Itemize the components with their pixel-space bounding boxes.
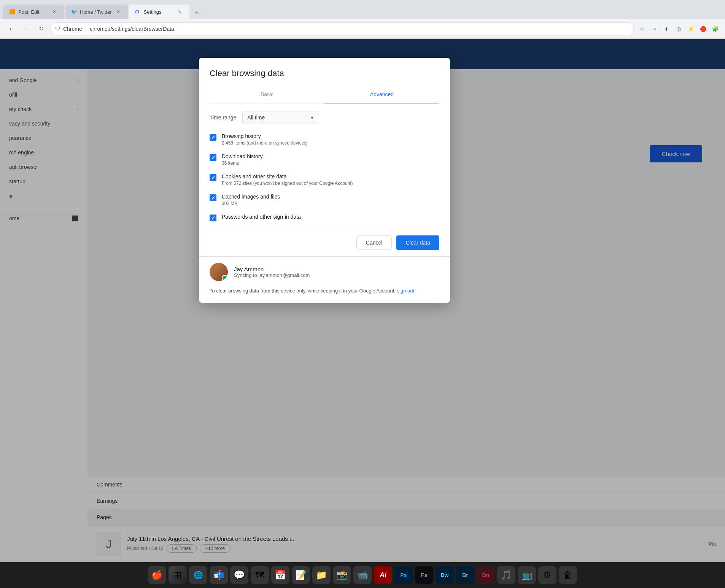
checkmark-icon-3: ✓ [211,175,215,181]
dock-messages[interactable]: 💬 [230,566,248,584]
dock-dw[interactable]: Dw [436,566,454,584]
tab-twitter[interactable]: 🐦 Home / Twitter ✕ [65,5,128,19]
dock-files[interactable]: 📁 [312,566,331,584]
dock-br[interactable]: Br [456,566,474,584]
tab-settings[interactable]: ⚙ Settings ✕ [129,5,189,19]
new-tab-button[interactable]: + [191,7,203,19]
modal-tab-advanced[interactable]: Advanced [324,86,439,103]
clear-data-button[interactable]: Clear data [396,235,439,250]
checkbox-passwords-label: Passwords and other sign-in data [222,214,439,220]
checkbox-download-history: ✓ Download history 36 items [210,153,439,166]
dock-calendar[interactable]: 📅 [271,566,289,584]
checkbox-cookies: ✓ Cookies and other site data From 672 s… [210,173,439,186]
download-icon[interactable]: ⬇ [661,24,672,34]
checkbox-browsing-history-label: Browsing history [222,133,439,139]
checkbox-cached-images-input[interactable]: ✓ [210,194,216,201]
time-range-row: Time range All time ▾ [210,111,439,124]
account-name: Jay Ammon [234,266,439,272]
checkbox-cached-images-content: Cached images and files 302 MB [222,194,439,206]
checkbox-passwords-input[interactable]: ✓ [210,215,216,221]
account-section: Jay Ammon Syncing to jay.ammon@gmail.com [199,256,450,287]
checkmark-icon-4: ✓ [211,195,215,201]
tab-twitter-label: Home / Twitter [80,9,112,15]
dropdown-arrow-icon: ▾ [311,114,313,121]
modal-tabs: Basic Advanced [210,86,439,103]
address-bar[interactable]: 🛡 Chrome | chrome://settings/clearBrowse… [50,22,634,35]
time-range-value: All time [247,114,265,121]
modal-body: Time range All time ▾ ✓ Browsing history… [199,103,450,229]
modal-title: Clear browsing data [210,68,439,78]
dock-finder[interactable]: 🍎 [148,566,166,584]
puzzle-icon[interactable]: 🧩 [710,24,720,34]
sync-badge-icon [222,275,228,281]
tab-post-edit-close[interactable]: ✕ [51,8,58,15]
send-icon[interactable]: ⇥ [649,24,660,34]
tab-twitter-close[interactable]: ✕ [115,8,122,15]
bookmark-icon[interactable]: ☆ [637,24,647,34]
checkbox-browsing-history-content: Browsing history 2,458 items (and more o… [222,133,439,146]
back-button[interactable]: ‹ [5,23,17,35]
address-separator: | [85,25,87,32]
extension-red-icon[interactable]: 🔴 [698,24,708,34]
signout-link[interactable]: sign out. [397,288,416,294]
address-bar-row: ‹ › ↻ 🛡 Chrome | chrome://settings/clear… [0,19,725,39]
dock-photos[interactable]: 📸 [333,566,351,584]
dock-fs[interactable]: Fs [415,566,433,584]
checkbox-cookies-content: Cookies and other site data From 672 sit… [222,173,439,186]
checkbox-download-history-input[interactable]: ✓ [210,154,216,161]
checkbox-download-history-content: Download history 36 items [222,153,439,166]
checkmark-icon-5: ✓ [211,215,215,221]
account-info: Jay Ammon Syncing to jay.ammon@gmail.com [234,266,439,278]
dock-ai[interactable]: Ai [374,566,392,584]
checkbox-passwords-content: Passwords and other sign-in data [222,214,439,221]
dock-notes[interactable]: 📝 [292,566,310,584]
settings-tab-icon: ⚙ [135,9,141,15]
checkbox-cookies-desc: From 672 sites (you won't be signed out … [222,181,439,186]
checkbox-cookies-label: Cookies and other site data [222,173,439,180]
dock-ps[interactable]: Ps [394,566,413,584]
chrome-brand-label: Chrome [63,26,82,32]
checkbox-cookies-input[interactable]: ✓ [210,174,216,181]
modal-tab-basic[interactable]: Basic [210,86,324,103]
dock-facetime[interactable]: 📹 [353,566,372,584]
security-icon: 🛡 [55,26,60,32]
checkbox-download-history-desc: 36 items [222,161,439,166]
checkmark-icon: ✓ [211,135,215,140]
dock-mail[interactable]: 📬 [210,566,228,584]
dock-dn[interactable]: Dn [477,566,495,584]
modal-footer: Cancel Clear data [199,229,450,256]
signout-text: To clear browsing data from this device … [210,288,396,294]
edit-tab-icon: 🟧 [9,9,15,15]
dock-maps[interactable]: 🗺 [251,566,269,584]
time-range-label: Time range [210,114,236,121]
checkbox-cached-images: ✓ Cached images and files 302 MB [210,194,439,206]
forward-button[interactable]: › [20,23,32,35]
toolbar-icons: ☆ ⇥ ⬇ ◎ ⚡ 🔴 🧩 [637,24,720,34]
tab-post-edit-label: Post: Edit [18,9,48,15]
checkbox-passwords: ✓ Passwords and other sign-in data [210,214,439,221]
avatar [210,263,228,281]
cancel-button[interactable]: Cancel [356,235,392,250]
dock-tv[interactable]: 📺 [518,566,536,584]
dock-trash[interactable]: 🗑 [559,566,577,584]
dock-launchpad[interactable]: ⊞ [169,566,187,584]
vpn-icon[interactable]: ◎ [673,24,684,34]
tab-post-edit[interactable]: 🟧 Post: Edit ✕ [3,5,64,19]
twitter-tab-icon: 🐦 [71,9,77,15]
tab-settings-close[interactable]: ✕ [176,8,183,15]
checkbox-cached-images-label: Cached images and files [222,194,439,200]
time-range-select[interactable]: All time ▾ [242,111,318,124]
signout-section: To clear browsing data from this device … [199,287,450,303]
dock-chrome[interactable]: 🌐 [189,566,207,584]
checkbox-browsing-history-input[interactable]: ✓ [210,134,216,141]
account-syncing-text: Syncing to jay.ammon@gmail.com [234,272,439,278]
taskbar: 🍎 ⊞ 🌐 📬 💬 🗺 📅 📝 📁 📸 📹 Ai Ps Fs Dw Br Dn … [0,562,725,588]
checkbox-browsing-history: ✓ Browsing history 2,458 items (and more… [210,133,439,146]
dock-music[interactable]: 🎵 [497,566,515,584]
tab-settings-label: Settings [144,9,173,15]
dock-system-prefs[interactable]: ⚙ [538,566,556,584]
reload-button[interactable]: ↻ [35,23,47,35]
modal-header: Clear browsing data Basic Advanced [199,58,450,103]
lightning-icon[interactable]: ⚡ [685,24,696,34]
checkbox-browsing-history-desc: 2,458 items (and more on synced devices) [222,140,439,146]
